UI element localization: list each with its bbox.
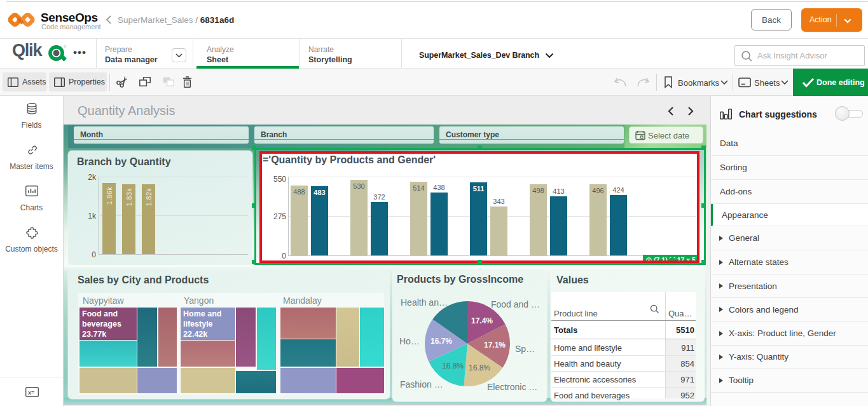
svg-text:x=: x= bbox=[28, 389, 34, 396]
